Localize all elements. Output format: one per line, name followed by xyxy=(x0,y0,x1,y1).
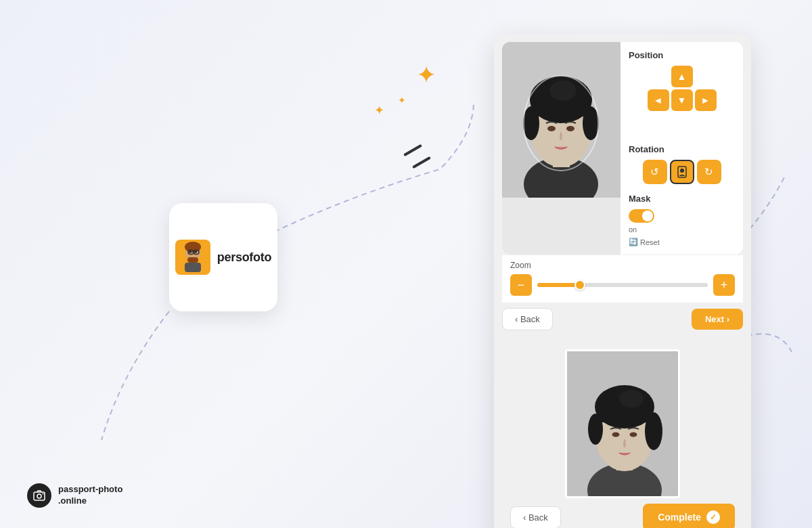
svg-point-19 xyxy=(547,126,556,131)
pos-up-button[interactable]: ▲ xyxy=(671,66,693,87)
pos-empty-tr xyxy=(695,66,717,87)
brand-name: passport-photo .online xyxy=(58,484,122,507)
reset-link[interactable]: 🔄 Reset xyxy=(629,238,735,246)
rotate-left-button[interactable]: ↺ xyxy=(643,160,667,184)
zoom-label: Zoom xyxy=(510,261,735,270)
brand-camera-icon xyxy=(27,483,51,508)
rotate-right-button[interactable]: ↻ xyxy=(697,160,721,184)
zoom-thumb xyxy=(574,280,585,290)
dash-decor-1 xyxy=(403,144,422,156)
bottom-brand: passport-photo .online xyxy=(27,483,122,508)
complete-button[interactable]: Complete ✓ xyxy=(643,504,735,528)
controls-area: Position ▲ ◄ ▼ ► Rotation ↺ xyxy=(621,42,743,255)
pos-empty-tl xyxy=(648,66,669,87)
mask-label: Mask xyxy=(629,194,735,204)
complete-label: Complete xyxy=(658,512,701,523)
dash-decor-2 xyxy=(412,156,431,169)
svg-point-33 xyxy=(630,433,637,437)
svg-point-5 xyxy=(194,250,197,253)
svg-point-20 xyxy=(566,126,574,131)
editor-section: Position ▲ ◄ ▼ ► Rotation ↺ xyxy=(502,42,743,255)
zoom-in-button[interactable]: + xyxy=(713,274,735,296)
logo-text: persofoto xyxy=(217,250,271,265)
svg-point-30 xyxy=(645,412,662,450)
svg-point-4 xyxy=(189,250,191,253)
check-mark: ✓ xyxy=(710,512,717,522)
zoom-row: − + xyxy=(510,274,735,296)
complete-check-icon: ✓ xyxy=(706,510,720,524)
zoom-out-button[interactable]: − xyxy=(510,274,532,296)
svg-point-29 xyxy=(588,414,603,445)
face-photo xyxy=(502,42,621,198)
brand-line2: .online xyxy=(58,496,122,507)
reset-icon: 🔄 xyxy=(629,238,638,246)
mask-state-label: on xyxy=(629,225,735,234)
svg-rect-3 xyxy=(187,257,198,263)
sparkle-small1-icon: ✦ xyxy=(374,103,384,118)
position-grid: ▲ ◄ ▼ ► xyxy=(648,66,717,135)
next-button[interactable]: Next › xyxy=(692,309,743,330)
rotation-label: Rotation xyxy=(629,144,735,154)
svg-point-23 xyxy=(680,169,684,173)
zoom-section: Zoom − + xyxy=(502,255,743,303)
rotation-buttons: ↺ ↻ xyxy=(629,160,735,184)
position-label: Position xyxy=(629,50,735,60)
pos-right-button[interactable]: ► xyxy=(695,89,717,111)
back-button-2[interactable]: ‹ Back xyxy=(510,506,561,529)
svg-rect-10 xyxy=(185,263,201,272)
svg-point-35 xyxy=(37,494,41,498)
logo-card: persofoto xyxy=(169,203,277,311)
mask-row xyxy=(629,209,735,223)
zoom-slider[interactable] xyxy=(537,283,708,287)
svg-point-36 xyxy=(43,493,44,495)
logo-avatar xyxy=(175,240,210,275)
nav-row-1: ‹ Back Next › xyxy=(502,303,743,336)
section-divider xyxy=(502,336,743,341)
pos-left-button[interactable]: ◄ xyxy=(648,89,669,111)
pos-down-button[interactable]: ▼ xyxy=(671,89,693,111)
mask-toggle[interactable] xyxy=(629,209,654,223)
preview-photo xyxy=(565,349,680,498)
svg-point-18 xyxy=(549,81,577,101)
nav-row-2: ‹ Back Complete ✓ xyxy=(510,504,735,528)
preview-section: ‹ Back Complete ✓ xyxy=(502,341,743,528)
zoom-fill xyxy=(537,283,580,287)
rotate-portrait-button[interactable] xyxy=(670,160,694,184)
brand-line1: passport-photo xyxy=(58,484,122,496)
reset-label: Reset xyxy=(640,238,660,246)
photo-area xyxy=(502,42,621,255)
main-panel: Position ▲ ◄ ▼ ► Rotation ↺ xyxy=(494,34,751,528)
sparkle-large-icon: ✦ xyxy=(416,61,436,89)
svg-point-32 xyxy=(612,433,620,437)
sparkle-small2-icon: ✦ xyxy=(398,95,406,106)
svg-point-31 xyxy=(619,390,644,408)
back-button-1[interactable]: ‹ Back xyxy=(502,308,553,330)
